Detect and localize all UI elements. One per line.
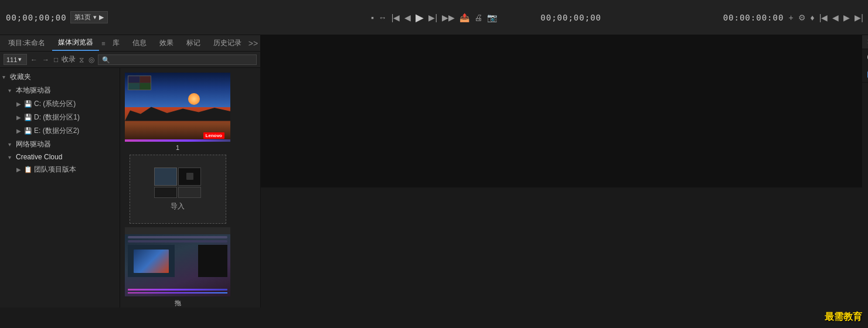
local-drives-arrow: ▾ [8, 87, 14, 94]
drive-e-icon: 💾 [24, 127, 32, 135]
drive-c-arrow: ▶ [16, 101, 22, 107]
timeline-toolbar-right: 00:00:00:00 + ⚙ ♦ |◀ ◀ ▶ ▶| [723, 13, 863, 22]
dropdown-value: 111 [6, 56, 17, 63]
icon-arrows[interactable]: ↔ [379, 13, 387, 22]
top-toolbar: 00;00;00;00 第1页 ▾ ▶ ▪ ↔ |◀ ◀ ▶ ▶| ▶▶ 📤 🖨… [0, 0, 868, 35]
panel-tabs: 项目:未命名 媒体浏览器 ≡ 库 信息 效果 标记 历史记录 >> [0, 35, 260, 52]
icon-prev-frame[interactable]: ◀ [404, 13, 411, 22]
tree-drive-e[interactable]: ▶ 💾 E: (数据分区2) [0, 124, 120, 138]
page-dropdown-icon[interactable]: ▾ [93, 13, 97, 21]
tree-team-projects[interactable]: ▶ 📋 团队项目版本 [0, 163, 120, 176]
media-item-1[interactable]: Lenovo [125, 73, 230, 151]
right-toolbar-area: 00;00;00;00 [540, 13, 601, 22]
timeline-empty-area: 在此处放下媒体以创建序列。 [862, 99, 868, 187]
media-item-2-label: 拖 [175, 299, 181, 308]
team-projects-icon: 📋 [24, 166, 32, 173]
drive-c-icon: 💾 [24, 100, 32, 108]
source-monitor-body [261, 35, 862, 187]
icon-square[interactable]: ▪ [371, 13, 374, 22]
icon-export1[interactable]: 📤 [459, 13, 469, 22]
filter-icon[interactable]: ⧖ [78, 54, 85, 65]
monitors-row: ✕ 时间轴：（无序列） ≡ 00;00;00;00 ▶ ⇄ ⊞ ✂ ↕ ✏ ✋ … [261, 35, 868, 187]
source-timecode: 00;00;00;00 [6, 13, 67, 22]
step-fwd-right[interactable]: ▶| [855, 13, 863, 22]
source-monitor [261, 35, 862, 187]
icon-export2[interactable]: 🖨 [474, 13, 482, 22]
step-back-right[interactable]: |◀ [819, 13, 828, 22]
program-timecode-top: 00;00;00;00 [540, 13, 601, 22]
timeline-top-timecode: 00:00:00:00 [723, 13, 784, 22]
cc-label: Creative Cloud [16, 153, 62, 161]
team-projects-label: 团队项目版本 [34, 165, 76, 175]
page-selector[interactable]: 第1页 ▾ ▶ [70, 11, 108, 23]
tree-drive-c[interactable]: ▶ 💾 C: (系统分区) [0, 97, 120, 111]
import-label: 导入 [171, 201, 185, 211]
cc-arrow: ▾ [8, 154, 14, 160]
favorites-label: 收藏夹 [10, 72, 31, 82]
next-frame-right[interactable]: ▶ [843, 13, 850, 22]
settings-icon-right[interactable]: ⚙ [798, 13, 806, 22]
page-label: 第1页 [74, 13, 91, 22]
select-tool-icon[interactable]: ▶ [866, 67, 868, 80]
icon-camera[interactable]: 📷 [487, 13, 497, 22]
add-track-icon[interactable]: + [788, 13, 793, 22]
record-icon[interactable]: □ [53, 54, 59, 65]
media-item-import[interactable]: 导入 [125, 155, 230, 224]
timeline-tools-row: ▶ ⇄ ⊞ ✂ ↕ ✏ ✋ T [862, 65, 868, 83]
snap-icon[interactable]: ⊘ [866, 84, 868, 97]
file-tree: ▾ 收藏夹 ▾ 本地驱动器 ▶ 💾 C: (系统分区) ▶ 💾 D: (数据分区… [0, 68, 120, 308]
main-content: 项目:未命名 媒体浏览器 ≡ 库 信息 效果 标记 历史记录 >> 111 ▾ … [0, 35, 868, 308]
media-item-2[interactable]: 拖 [125, 227, 230, 308]
view-icon[interactable]: ◎ [87, 54, 96, 65]
panel-subbar: 111 ▾ ← → □ 收录 ⧖ ◎ [0, 52, 260, 68]
network-drives-arrow: ▾ [8, 141, 14, 148]
media-content: Lenovo [120, 68, 260, 308]
media-browser-menu-icon[interactable]: ≡ [101, 40, 105, 47]
prev-frame-right[interactable]: ◀ [832, 13, 839, 22]
program-monitor: ✕ 时间轴：（无序列） ≡ 00;00;00;00 ▶ ⇄ ⊞ ✂ ↕ ✏ ✋ … [862, 35, 868, 187]
tree-favorites[interactable]: ▾ 收藏夹 [0, 70, 120, 84]
tab-media-browser[interactable]: 媒体浏览器 [52, 35, 99, 51]
icon-step-forward[interactable]: ▶▶ [442, 13, 455, 22]
panel-body: ▾ 收藏夹 ▾ 本地驱动器 ▶ 💾 C: (系统分区) ▶ 💾 D: (数据分区… [0, 68, 260, 308]
icon-step-back[interactable]: |◀ [392, 13, 400, 22]
nav-forward-icon[interactable]: → [41, 54, 50, 65]
tab-markers[interactable]: 标记 [181, 36, 206, 50]
left-panel: 项目:未命名 媒体浏览器 ≡ 库 信息 效果 标记 历史记录 >> 111 ▾ … [0, 35, 261, 308]
tab-library[interactable]: 库 [107, 36, 125, 50]
tab-info[interactable]: 信息 [127, 36, 152, 50]
tree-creative-cloud[interactable]: ▾ Creative Cloud [0, 151, 120, 163]
collect-label[interactable]: 收录 [62, 54, 76, 64]
tab-history[interactable]: 历史记录 [207, 36, 247, 50]
search-input[interactable] [98, 54, 257, 65]
thumbnail-1: Lenovo [125, 73, 230, 142]
local-drives-label: 本地驱动器 [16, 86, 51, 95]
drive-d-icon: 💾 [24, 114, 32, 121]
nav-back-icon[interactable]: ← [29, 54, 39, 65]
tab-effects[interactable]: 效果 [154, 36, 179, 50]
favorites-arrow: ▾ [2, 74, 8, 80]
tree-network-drives[interactable]: ▾ 网络驱动器 [0, 138, 120, 151]
watermark: 最需教育 [825, 311, 862, 323]
playback-controls: ▪ ↔ |◀ ◀ ▶ ▶| ▶▶ 📤 🖨 📷 [371, 11, 497, 24]
icon-next-frame[interactable]: ▶| [428, 13, 437, 22]
dropdown-arrow: ▾ [18, 56, 22, 63]
page-next-icon[interactable]: ▶ [99, 13, 104, 21]
program-timecode-area: 00;00;00;00 [862, 49, 868, 65]
thumbnail-grid: Lenovo [120, 68, 260, 308]
tree-local-drives[interactable]: ▾ 本地驱动器 [0, 84, 120, 97]
panel-more-btn[interactable]: >> [249, 39, 258, 48]
media-item-1-label: 1 [176, 144, 179, 151]
marker-icon-right[interactable]: ♦ [811, 13, 815, 22]
drive-d-arrow: ▶ [16, 114, 22, 121]
drive-c-label: C: (系统分区) [34, 99, 76, 109]
tree-drive-d[interactable]: ▶ 💾 D: (数据分区1) [0, 111, 120, 124]
program-monitor-header: ✕ 时间轴：（无序列） ≡ [862, 35, 868, 49]
drive-d-label: D: (数据分区1) [34, 112, 80, 122]
import-area[interactable]: 导入 [130, 155, 226, 224]
folder-dropdown[interactable]: 111 ▾ [4, 54, 27, 65]
tab-project[interactable]: 项目:未命名 [2, 36, 51, 50]
timeline-tools-row2: ⊘ ⌒ ◈ 🔧 [862, 83, 868, 99]
right-section: ✕ 时间轴：（无序列） ≡ 00;00;00;00 ▶ ⇄ ⊞ ✂ ↕ ✏ ✋ … [261, 35, 868, 308]
icon-play[interactable]: ▶ [416, 11, 424, 24]
